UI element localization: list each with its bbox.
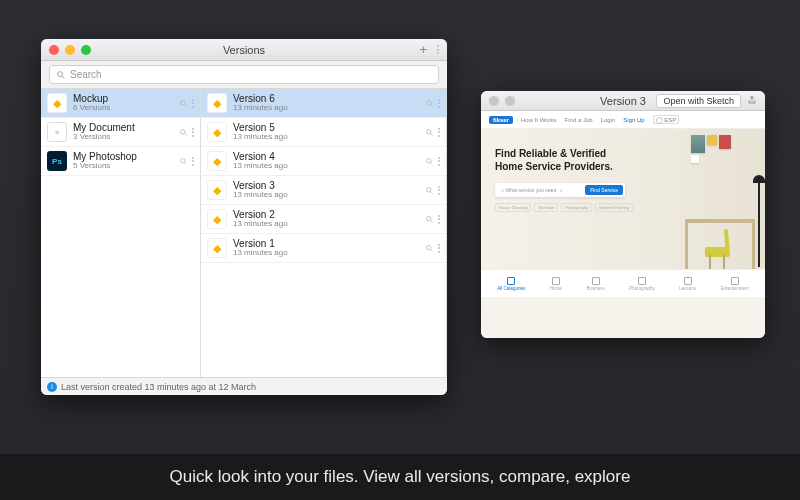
category-item: Lessons (679, 277, 696, 291)
svg-point-0 (58, 71, 63, 76)
category-item: Entertainment (721, 277, 749, 291)
hero-tags: House CleaningRemodelPhotographyGeneral … (495, 203, 755, 212)
preview-icon[interactable] (425, 152, 434, 170)
status-bar: i Last version created 13 minutes ago at… (41, 377, 447, 395)
svg-line-15 (431, 192, 433, 194)
version-row[interactable]: ◆Version 413 minutes ago (201, 147, 446, 176)
preview-icon[interactable] (425, 210, 434, 228)
nav-item: How It Works (521, 117, 557, 123)
site-logo: fikser (489, 116, 513, 124)
svg-point-14 (427, 188, 432, 193)
search-input[interactable]: Search (49, 65, 439, 84)
category-icon (684, 277, 692, 285)
titlebar: Versions + (41, 39, 447, 61)
wall-photos (691, 135, 735, 163)
category-icon (552, 277, 560, 285)
version-row[interactable]: ◆Version 213 minutes ago (201, 205, 446, 234)
titlebar: Version 3 Open with Sketch (481, 91, 765, 111)
versions-column: ◆Version 613 minutes ago◆Version 513 min… (201, 89, 447, 377)
status-text: Last version created 13 minutes ago at 1… (61, 382, 256, 392)
categories-row: All CategoriesHomeBusinessPhotographyLes… (481, 269, 765, 297)
file-row[interactable]: PsMy Photoshop5 Versions (41, 147, 200, 176)
version-sub: 13 minutes ago (233, 133, 419, 142)
site-nav: fikser How It Works Find a Job Login Sig… (481, 111, 765, 129)
svg-point-12 (427, 159, 432, 164)
preview-icon[interactable] (179, 94, 188, 112)
search-placeholder: Search (70, 69, 102, 80)
svg-point-2 (181, 101, 186, 106)
category-item: Business (586, 277, 604, 291)
version-sub: 13 minutes ago (233, 162, 419, 171)
open-with-button[interactable]: Open with Sketch (656, 94, 741, 108)
more-icon[interactable] (192, 157, 194, 166)
svg-line-13 (431, 163, 433, 165)
find-service-button: Find Service (585, 185, 623, 195)
share-icon[interactable] (747, 95, 757, 107)
preview-icon[interactable] (425, 94, 434, 112)
nav-item: Find a Job (565, 117, 593, 123)
preview-icon[interactable] (425, 239, 434, 257)
hero-heading: Find Reliable & Verified Home Service Pr… (495, 147, 615, 173)
svg-line-11 (431, 134, 433, 136)
svg-point-6 (181, 159, 186, 164)
file-row[interactable]: ◆Mockup6 Versions (41, 89, 200, 118)
more-icon[interactable] (438, 128, 440, 137)
more-icon[interactable] (438, 157, 440, 166)
category-icon (507, 277, 515, 285)
category-item: Home (550, 277, 562, 291)
more-icon[interactable] (438, 186, 440, 195)
svg-line-7 (185, 163, 187, 165)
preview-window: Version 3 Open with Sketch fikser How It… (481, 91, 765, 338)
menu-button[interactable] (437, 45, 439, 54)
window-title: Versions (41, 44, 447, 56)
version-row[interactable]: ◆Version 113 minutes ago (201, 234, 446, 263)
version-sub: 13 minutes ago (233, 191, 419, 200)
add-button[interactable]: + (419, 42, 427, 57)
category-icon (638, 277, 646, 285)
versions-window: Versions + Search ◆Mockup6 Versions≡My D… (41, 39, 447, 395)
svg-point-10 (427, 130, 432, 135)
more-icon[interactable] (438, 244, 440, 253)
version-row[interactable]: ◆Version 513 minutes ago (201, 118, 446, 147)
more-icon[interactable] (438, 215, 440, 224)
svg-line-1 (62, 76, 64, 78)
svg-line-5 (185, 134, 187, 136)
more-icon[interactable] (438, 99, 440, 108)
preview-icon[interactable] (425, 181, 434, 199)
nav-item: Login (601, 117, 616, 123)
svg-point-8 (427, 101, 432, 106)
more-icon[interactable] (192, 99, 194, 108)
lang-badge: ◯ ESP (653, 115, 680, 124)
category-item: All Categories (497, 277, 525, 291)
version-row[interactable]: ◆Version 313 minutes ago (201, 176, 446, 205)
svg-point-4 (181, 130, 186, 135)
version-sub: 13 minutes ago (233, 249, 419, 258)
file-sub: 6 Versions (73, 104, 173, 113)
file-row[interactable]: ≡My Document3 Versions (41, 118, 200, 147)
preview-icon[interactable] (179, 152, 188, 170)
promo-caption: Quick look into your files. View all ver… (0, 454, 800, 500)
dropdown-icon: › (560, 187, 562, 193)
files-column: ◆Mockup6 Versions≡My Document3 VersionsP… (41, 89, 201, 377)
preview-icon[interactable] (179, 123, 188, 141)
hero-tag: House Cleaning (495, 203, 531, 212)
file-sub: 5 Versions (73, 162, 173, 171)
more-icon[interactable] (192, 128, 194, 137)
preview-icon[interactable] (425, 123, 434, 141)
category-icon (731, 277, 739, 285)
file-sub: 3 Versions (73, 133, 173, 142)
svg-line-17 (431, 221, 433, 223)
hero-tag: Remodel (534, 203, 558, 212)
search-icon (56, 70, 66, 80)
toolbar: Search (41, 61, 447, 89)
chair-illustration (703, 229, 733, 269)
svg-line-9 (431, 105, 433, 107)
version-row[interactable]: ◆Version 613 minutes ago (201, 89, 446, 118)
version-sub: 13 minutes ago (233, 220, 419, 229)
svg-line-3 (185, 105, 187, 107)
hero-tag: Photography (561, 203, 592, 212)
columns: ◆Mockup6 Versions≡My Document3 VersionsP… (41, 89, 447, 377)
category-item: Photography (629, 277, 655, 291)
hero-tag: General Painting (595, 203, 633, 212)
info-icon: i (47, 382, 57, 392)
